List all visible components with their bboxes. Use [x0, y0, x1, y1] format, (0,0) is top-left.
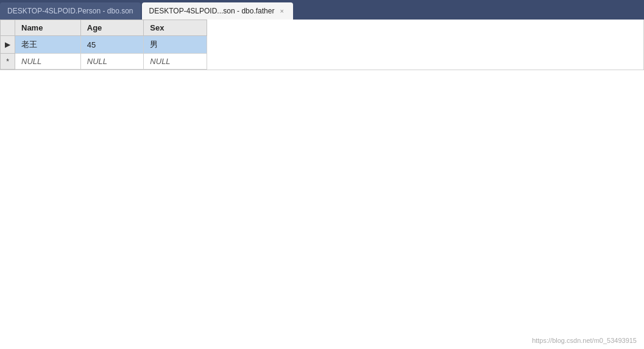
table-body: ▶老王45男*NULLNULLNULL [1, 36, 207, 70]
table-header: NameAgeSex [1, 20, 207, 36]
table-row[interactable]: *NULLNULLNULL [1, 54, 207, 70]
table-wrapper: NameAgeSex ▶老王45男*NULLNULLNULL [0, 20, 644, 70]
tab-person[interactable]: DESKTOP-4SLPOID.Person - dbo.son [0, 2, 141, 20]
cell-1-name[interactable]: NULL [15, 54, 81, 70]
col-header-name: Name [15, 20, 81, 36]
cell-0-age[interactable]: 45 [80, 36, 144, 54]
cell-0-sex[interactable]: 男 [144, 36, 207, 54]
tab-bar: DESKTOP-4SLPOID.Person - dbo.sonDESKTOP-… [0, 0, 644, 20]
col-header-age: Age [80, 20, 144, 36]
cell-0-name[interactable]: 老王 [15, 36, 81, 54]
table-row[interactable]: ▶老王45男 [1, 36, 207, 54]
watermark: https://blog.csdn.net/m0_53493915 [532, 337, 637, 344]
tab-father-close[interactable]: × [278, 7, 285, 15]
row-indicator-0: ▶ [1, 36, 15, 54]
tab-person-label: DESKTOP-4SLPOID.Person - dbo.son [7, 7, 133, 15]
cell-1-age[interactable]: NULL [80, 54, 144, 70]
row-indicator-1: * [1, 54, 15, 70]
col-header-sex: Sex [144, 20, 207, 36]
tab-father-label: DESKTOP-4SLPOID...son - dbo.father [149, 7, 275, 15]
data-table: NameAgeSex ▶老王45男*NULLNULLNULL [0, 20, 207, 70]
main-content: NameAgeSex ▶老王45男*NULLNULLNULL [0, 20, 644, 349]
cell-1-sex[interactable]: NULL [144, 54, 207, 70]
col-header-indicator [1, 20, 15, 36]
tab-father[interactable]: DESKTOP-4SLPOID...son - dbo.father× [142, 2, 293, 20]
